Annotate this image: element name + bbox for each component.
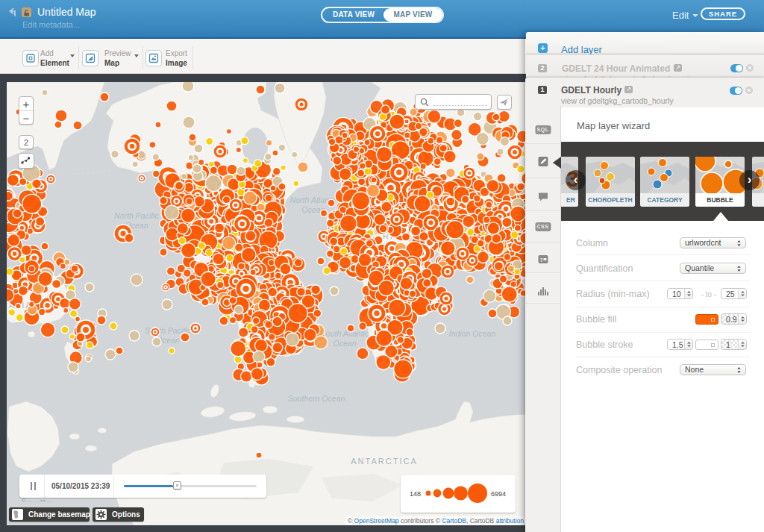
svg-text:6994: 6994 [491, 490, 506, 498]
svg-text:ANTARCTICA: ANTARCTICA [351, 457, 417, 466]
svg-text:Ocean: Ocean [334, 339, 357, 348]
svg-text:North Pacific: North Pacific [114, 211, 159, 220]
svg-text:Indian Ocean: Indian Ocean [449, 329, 496, 338]
svg-text:Southern Ocean: Southern Ocean [288, 394, 345, 403]
svg-text:?: ? [539, 257, 542, 263]
svg-text:148: 148 [410, 490, 421, 498]
